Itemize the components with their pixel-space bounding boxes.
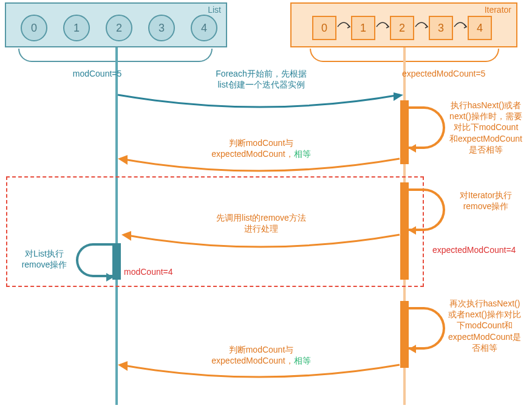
message-arrow [117,155,402,177]
list-node: 4 [191,15,217,41]
note-label: 对List执行 remove操作 [11,248,78,270]
text-line: 下modCount和 [457,320,513,330]
message-arrow [117,361,402,383]
self-loop-icon [409,106,445,149]
message-arrow [120,231,402,253]
self-loop-icon [76,243,112,277]
text-line: expectModCount是 [448,332,521,342]
list-node: 0 [21,15,47,41]
text-line: 再次执行hasNext() [449,299,520,308]
arrowhead-icon [409,226,416,235]
list-node: 2 [106,15,132,41]
participant-iterator: Iterator 0 1 2 3 4 [290,2,517,47]
link-arrow-icon [336,19,351,29]
list-node: 3 [148,15,175,41]
iterator-node: 1 [351,16,375,40]
link-arrow-icon [375,19,390,29]
text-line: 执行hasNext()或者 [451,100,522,110]
text-line: list创建一个迭代器实例 [217,80,304,89]
text-line: Foreach开始前，先根据 [216,69,306,78]
text-line: 对比下modCount [454,122,519,132]
sequence-diagram: List 0 1 2 3 4 Iterator 0 1 2 3 4 modCou… [0,0,532,411]
arrowhead-icon [106,273,114,281]
list-node: 1 [63,15,90,41]
text-line: 判断modCount与 [229,138,294,148]
participant-list-label: List [208,5,221,15]
expectedmodcount-label: expectedModCount=5 [402,68,523,79]
text-line: next()操作时，需要 [449,111,522,121]
iterator-node: 0 [312,16,336,40]
text-line: remove操作 [463,201,509,211]
self-loop-icon [409,188,445,231]
text-line: 和expectModCount [449,134,522,143]
arrowhead-icon [409,144,416,153]
note-label: 再次执行hasNext() 或者next()操作对比 下modCount和 ex… [439,298,530,353]
message-arrow [117,91,404,113]
activation-iterator [400,301,409,368]
text-line: 对List执行 [25,249,64,258]
iterator-node: 2 [390,16,414,40]
message-label: Foreach开始前，先根据 list创建一个迭代器实例 [182,68,340,90]
text-line: 或者next()操作对比 [448,309,521,319]
text-line: remove操作 [22,260,67,269]
modcount-label: modCount=4 [124,266,197,277]
participant-list: List 0 1 2 3 4 [5,2,227,47]
text-line: 对Iterator执行 [460,190,512,200]
arrowhead-icon [409,345,416,353]
link-arrow-icon [414,19,429,29]
participant-iterator-label: Iterator [485,5,511,15]
modcount-label: modCount=5 [36,68,158,79]
activation-list [112,243,121,280]
note-label: 对Iterator执行 remove操作 [443,190,528,212]
note-label: 执行hasNext()或者 next()操作时，需要 对比下modCount 和… [443,100,528,155]
text-line: 先调用list的remove方法 [216,213,306,223]
text-line: 判断modCount与 [229,345,294,354]
text-line: 否相等 [472,343,497,353]
link-arrow-icon [453,19,468,29]
iterator-node: 4 [468,16,492,40]
expectedmodcount-label: expectedModCount=4 [432,244,532,255]
list-nodes: 0 1 2 3 4 [21,15,217,41]
text-line: 是否相等 [469,145,503,154]
iterator-node: 3 [429,16,453,40]
